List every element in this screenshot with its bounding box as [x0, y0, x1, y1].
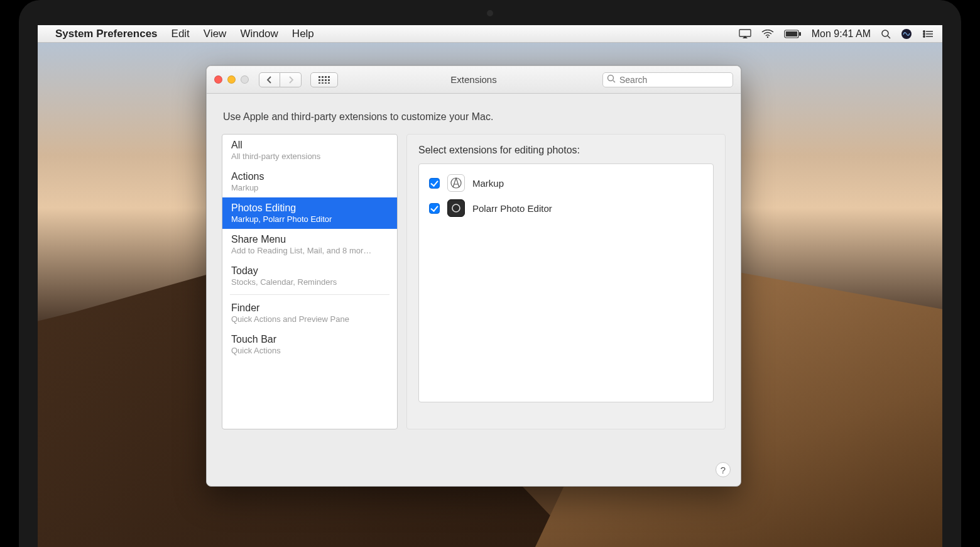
svg-rect-17 [318, 79, 320, 81]
svg-rect-4 [799, 32, 801, 36]
sidebar-item-sub: Add to Reading List, Mail, and 8 mor… [231, 246, 388, 255]
sidebar-item-title: Actions [231, 171, 388, 182]
sidebar-item-sub: All third-party extensions [231, 152, 388, 161]
svg-rect-18 [322, 79, 324, 81]
window-zoom-button [241, 75, 249, 84]
extensions-list: Markup Polarr Photo Editor [418, 163, 714, 402]
menubar-item-edit[interactable]: Edit [172, 28, 190, 40]
sidebar-item-touch-bar[interactable]: Touch Bar Quick Actions [222, 329, 397, 360]
svg-rect-15 [325, 76, 327, 78]
spotlight-icon[interactable] [881, 29, 891, 39]
svg-point-27 [452, 204, 460, 212]
window-close-button[interactable] [214, 75, 222, 84]
extensions-window: Extensions Use Apple and third-party ext… [206, 65, 741, 487]
svg-point-25 [608, 75, 614, 80]
svg-point-7 [923, 30, 925, 31]
svg-rect-0 [739, 30, 751, 36]
wifi-icon[interactable] [761, 30, 774, 38]
sidebar-item-finder[interactable]: Finder Quick Actions and Preview Pane [222, 297, 397, 329]
battery-icon[interactable] [784, 30, 802, 38]
svg-rect-23 [325, 82, 327, 84]
window-minimize-button[interactable] [227, 75, 236, 84]
detail-heading: Select extensions for editing photos: [418, 145, 714, 156]
desktop: System Preferences Edit View Window Help… [38, 25, 942, 547]
svg-rect-19 [325, 79, 327, 81]
sidebar-item-sub: Markup [231, 183, 388, 192]
sidebar-item-photos-editing[interactable]: Photos Editing Markup, Polarr Photo Edit… [222, 197, 397, 229]
svg-rect-13 [318, 76, 320, 78]
menubar: System Preferences Edit View Window Help… [38, 25, 942, 43]
menubar-clock[interactable]: Mon 9:41 AM [812, 28, 871, 40]
svg-point-9 [923, 33, 925, 34]
search-icon [607, 74, 616, 86]
search-input[interactable] [619, 75, 729, 85]
extension-name: Polarr Photo Editor [472, 203, 552, 214]
sidebar-separator [230, 294, 389, 295]
sidebar-item-title: Today [231, 265, 388, 277]
sidebar-item-title: Share Menu [231, 234, 388, 245]
sidebar-item-share-menu[interactable]: Share Menu Add to Reading List, Mail, an… [222, 229, 397, 260]
svg-rect-24 [328, 82, 330, 84]
extension-checkbox[interactable] [429, 203, 440, 214]
airplay-icon[interactable] [739, 29, 751, 39]
menubar-item-window[interactable]: Window [240, 28, 278, 40]
sidebar-item-title: Finder [231, 302, 388, 314]
help-button[interactable]: ? [716, 462, 731, 477]
svg-rect-20 [328, 79, 330, 81]
svg-point-26 [451, 178, 461, 188]
extension-row-polarr: Polarr Photo Editor [427, 196, 705, 221]
detail-panel: Select extensions for editing photos: Ma… [406, 134, 726, 429]
sidebar-item-all[interactable]: All All third-party extensions [222, 135, 397, 166]
menubar-app-name[interactable]: System Preferences [55, 28, 158, 40]
extension-name: Markup [472, 178, 504, 189]
siri-icon[interactable] [901, 28, 912, 40]
extension-row-markup: Markup [427, 170, 705, 196]
extension-checkbox[interactable] [429, 178, 440, 189]
intro-text: Use Apple and third-party extensions to … [223, 111, 726, 123]
sidebar-item-sub: Markup, Polarr Photo Editor [231, 214, 388, 224]
svg-point-5 [882, 30, 888, 36]
notification-center-icon[interactable] [922, 30, 934, 38]
laptop-camera [487, 10, 493, 16]
sidebar-item-sub: Stocks, Calendar, Reminders [231, 277, 388, 287]
markup-icon [447, 174, 465, 192]
svg-rect-21 [318, 82, 320, 84]
svg-rect-3 [786, 31, 797, 36]
show-all-button[interactable] [310, 72, 338, 87]
sidebar-item-today[interactable]: Today Stocks, Calendar, Reminders [222, 260, 397, 292]
window-titlebar[interactable]: Extensions [207, 66, 741, 94]
menubar-item-view[interactable]: View [204, 28, 227, 40]
menubar-item-help[interactable]: Help [292, 28, 314, 40]
svg-rect-14 [322, 76, 324, 78]
sidebar-item-sub: Quick Actions and Preview Pane [231, 314, 388, 324]
svg-point-1 [767, 36, 768, 37]
search-field[interactable] [602, 72, 733, 87]
svg-rect-16 [328, 76, 330, 78]
sidebar-item-sub: Quick Actions [231, 346, 388, 355]
back-button[interactable] [259, 72, 280, 87]
sidebar-item-title: Photos Editing [231, 202, 388, 214]
svg-point-11 [923, 35, 925, 36]
forward-button [280, 72, 302, 87]
category-sidebar: All All third-party extensions Actions M… [222, 134, 398, 429]
sidebar-item-actions[interactable]: Actions Markup [222, 166, 397, 197]
sidebar-item-title: Touch Bar [231, 334, 388, 345]
sidebar-item-title: All [231, 140, 388, 151]
svg-rect-22 [322, 82, 324, 84]
polarr-icon [447, 199, 465, 217]
